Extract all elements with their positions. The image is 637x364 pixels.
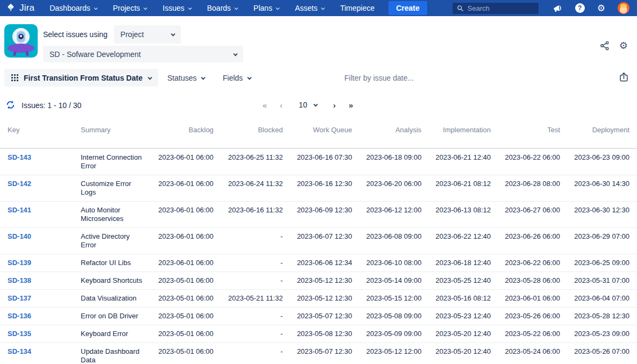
issue-key-link[interactable]: SD-138 (8, 276, 31, 284)
transition-date-cell: 2023-06-16 11:32 (221, 202, 291, 228)
global-search[interactable] (452, 2, 539, 15)
transition-date-cell: 2023-05-23 09:00 (568, 325, 637, 343)
prev-page-button[interactable]: ‹ (280, 101, 282, 109)
pagination-row: Issues: 1 - 10 / 30 « ‹ 10 › » (0, 90, 637, 119)
table-body: SD-143Internet Connection Error2023-06-0… (0, 148, 637, 364)
pagination-controls: « ‹ 10 › » (263, 101, 353, 109)
transition-date-cell: - (221, 343, 291, 364)
brand-name: Jira (19, 3, 34, 13)
transition-date-cell: 2023-06-06 12:34 (291, 254, 360, 272)
nav-item-dashboards[interactable]: Dashboards (49, 4, 97, 12)
transition-date-cell: - (221, 308, 291, 325)
transition-date-cell: 2023-05-22 06:00 (498, 325, 568, 343)
issue-date-filter-input[interactable] (344, 69, 463, 87)
chevron-down-icon (147, 75, 152, 80)
issue-summary: Active Directory Error (81, 228, 152, 254)
megaphone-icon[interactable] (553, 3, 563, 13)
transition-date-cell: 2023-05-15 12:00 (360, 290, 429, 308)
column-header-backlog: Backlog (152, 119, 221, 148)
transition-date-cell: 2023-05-12 12:30 (291, 290, 360, 308)
transition-date-cell: 2023-05-20 12:40 (429, 325, 498, 343)
page-size-dropdown[interactable]: 10 (295, 101, 320, 109)
help-icon[interactable]: ? (575, 3, 585, 13)
transition-date-cell: 2023-05-20 12:40 (429, 343, 498, 364)
transition-date-cell: 2023-06-18 09:00 (360, 148, 429, 175)
transition-date-cell: 2023-06-01 06:00 (152, 175, 221, 202)
column-header-deployment: Deployment (568, 119, 637, 148)
jira-logo[interactable]: Jira (5, 3, 34, 13)
chevron-down-icon (235, 6, 238, 10)
issue-key-link[interactable]: SD-134 (8, 347, 31, 355)
nav-item-boards[interactable]: Boards (207, 4, 237, 12)
transition-date-cell: 2023-05-25 12:40 (429, 272, 498, 290)
column-header-summary: Summary (81, 119, 152, 148)
transition-date-cell: 2023-06-24 11:32 (221, 175, 291, 202)
issue-summary: Internet Connection Error (81, 148, 152, 175)
issue-summary: Error on DB Driver (81, 308, 152, 325)
transition-date-cell: 2023-06-21 12:40 (429, 148, 498, 175)
issue-key-link[interactable]: SD-135 (8, 330, 31, 338)
transition-date-cell: 2023-06-27 06:00 (498, 202, 568, 228)
last-page-button[interactable]: » (349, 101, 353, 109)
transition-date-cell: 2023-06-18 12:40 (429, 254, 498, 272)
transition-date-cell: 2023-06-22 12:40 (429, 228, 498, 254)
transition-date-cell: 2023-05-01 06:00 (152, 290, 221, 308)
transition-date-cell: 2023-06-12 12:00 (360, 202, 429, 228)
issue-key-link[interactable]: SD-137 (8, 294, 31, 302)
issues-count-label: Issues: 1 - 10 / 30 (22, 101, 81, 109)
issue-key-link[interactable]: SD-143 (8, 153, 31, 161)
user-avatar[interactable] (618, 2, 629, 14)
chevron-down-icon (94, 6, 97, 10)
transition-date-cell: 2023-06-01 06:00 (152, 254, 221, 272)
transition-date-cell: 2023-05-28 06:00 (498, 272, 568, 290)
next-page-button[interactable]: › (333, 101, 336, 109)
statuses-dropdown[interactable]: Statuses (167, 69, 204, 87)
create-button[interactable]: Create (388, 1, 427, 15)
issue-summary: Customize Error Logs (81, 175, 152, 202)
chevron-down-icon (188, 6, 192, 10)
table-row: SD-136Error on DB Driver2023-05-01 06:00… (0, 308, 637, 325)
chevron-down-icon (247, 75, 252, 80)
nav-item-timepiece[interactable]: Timepiece (340, 4, 374, 12)
gadget-settings-gear-icon[interactable]: ⚙ (619, 41, 628, 51)
first-page-button[interactable]: « (263, 101, 267, 109)
issue-key-link[interactable]: SD-139 (8, 259, 31, 267)
chevron-down-icon (313, 102, 317, 106)
transition-date-cell: - (221, 254, 291, 272)
transition-date-cell: 2023-06-29 07:00 (568, 228, 637, 254)
fields-dropdown[interactable]: Fields (223, 69, 251, 87)
grid-icon (11, 74, 18, 81)
transition-date-cell: 2023-05-24 06:00 (498, 343, 568, 364)
issue-key-link[interactable]: SD-142 (8, 180, 31, 188)
transition-date-cell: 2023-05-21 11:32 (221, 290, 291, 308)
nav-item-projects[interactable]: Projects (113, 4, 147, 12)
table-row: SD-137Data Visualization2023-05-01 06:00… (0, 290, 637, 308)
toolbar: First Transition From Status Date Status… (0, 69, 637, 90)
export-icon[interactable] (618, 72, 629, 83)
project-dropdown[interactable]: SD - Sofware Development (43, 46, 243, 62)
refresh-icon[interactable] (5, 100, 16, 110)
transition-date-cell: 2023-05-01 06:00 (152, 325, 221, 343)
issue-key-link[interactable]: SD-141 (8, 206, 31, 214)
search-input[interactable] (468, 4, 534, 12)
settings-gear-icon[interactable]: ⚙ (597, 4, 605, 13)
jira-logo-icon (5, 3, 16, 13)
transition-date-cell: 2023-06-07 12:30 (291, 228, 360, 254)
issue-summary: Keyboard Error (81, 325, 152, 343)
transition-date-cell: - (221, 325, 291, 343)
transition-date-cell: 2023-06-20 06:00 (360, 175, 429, 202)
issue-key-link[interactable]: SD-136 (8, 312, 31, 320)
nav-item-plans[interactable]: Plans (253, 4, 279, 12)
share-icon[interactable] (599, 40, 610, 51)
transition-date-cell: - (221, 228, 291, 254)
issue-key-link[interactable]: SD-140 (8, 232, 31, 240)
transition-date-cell: 2023-06-26 06:00 (498, 228, 568, 254)
table-row: SD-140Active Directory Error2023-06-01 0… (0, 228, 637, 254)
field-selector-dropdown[interactable]: First Transition From Status Date (4, 69, 158, 87)
issue-source-dropdown[interactable]: Project (114, 25, 181, 44)
transition-date-cell: 2023-06-30 12:30 (568, 202, 637, 228)
nav-item-assets[interactable]: Assets (295, 4, 324, 12)
nav-item-issues[interactable]: Issues (162, 4, 190, 12)
primary-nav: DashboardsProjectsIssuesBoardsPlansAsset… (49, 4, 374, 12)
transition-date-cell: 2023-06-04 07:00 (568, 290, 637, 308)
